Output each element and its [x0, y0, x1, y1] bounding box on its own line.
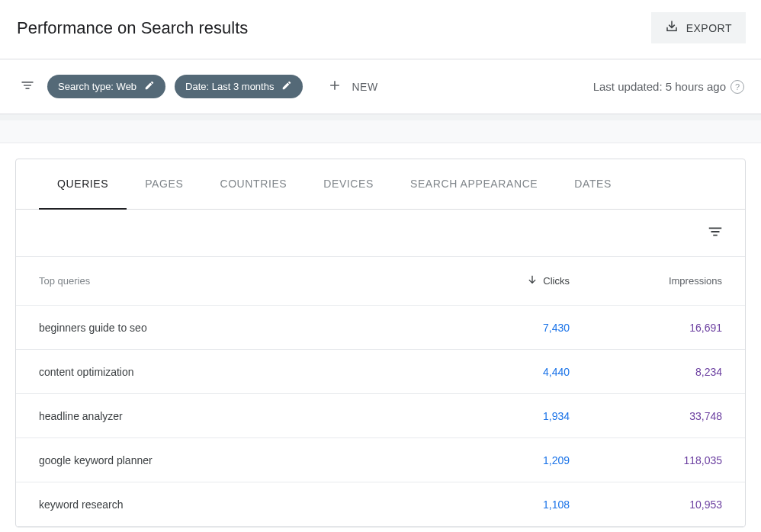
impressions-cell: 10,953: [570, 498, 722, 511]
chip-search-type[interactable]: Search type: Web: [47, 75, 165, 98]
table-row[interactable]: content optimization4,4408,234: [16, 350, 745, 394]
pencil-icon: [144, 80, 155, 93]
table-filter-button[interactable]: [704, 220, 727, 245]
last-updated-text: Last updated: 5 hours ago: [593, 80, 726, 93]
chip-date-label: Date: Last 3 months: [185, 81, 274, 92]
filter-list-button[interactable]: [17, 75, 38, 98]
last-updated: Last updated: 5 hours ago ?: [593, 80, 744, 94]
export-button[interactable]: EXPORT: [651, 12, 746, 43]
header-query[interactable]: Top queries: [39, 275, 432, 287]
gap-divider: [0, 114, 761, 120]
query-cell: google keyword planner: [39, 454, 432, 466]
filter-list-icon: [707, 231, 724, 242]
table-filter-row: [16, 210, 745, 257]
header-clicks[interactable]: Clicks: [432, 274, 570, 288]
clicks-cell: 1,934: [432, 410, 570, 422]
help-icon[interactable]: ?: [730, 80, 744, 94]
arrow-down-icon: [526, 274, 538, 288]
pencil-icon: [281, 80, 292, 93]
tab-devices[interactable]: DEVICES: [305, 159, 392, 210]
query-cell: keyword research: [39, 498, 432, 511]
table-row[interactable]: google keyword planner1,209118,035: [16, 438, 745, 482]
query-cell: beginners guide to seo: [39, 322, 432, 334]
table-header: Top queries Clicks Impressions: [16, 257, 745, 306]
tab-dates[interactable]: DATES: [556, 159, 630, 210]
plus-icon: [327, 78, 342, 95]
export-label: EXPORT: [686, 22, 732, 34]
page-title: Performance on Search results: [17, 18, 248, 38]
query-cell: headline analyzer: [39, 410, 432, 422]
table-row[interactable]: keyword research1,10810,953: [16, 482, 745, 527]
impressions-cell: 8,234: [570, 366, 722, 378]
filter-bar: Search type: Web Date: Last 3 months NEW…: [0, 59, 761, 114]
header-impressions-label: Impressions: [669, 275, 722, 287]
tab-queries[interactable]: QUERIES: [39, 159, 127, 210]
page-header: Performance on Search results EXPORT: [0, 0, 761, 59]
tab-countries[interactable]: COUNTRIES: [201, 159, 305, 210]
chip-search-type-label: Search type: Web: [58, 81, 136, 92]
tab-search-appearance[interactable]: SEARCH APPEARANCE: [392, 159, 556, 210]
header-clicks-label: Clicks: [543, 275, 570, 287]
clicks-cell: 1,108: [432, 498, 570, 511]
filter-list-icon: [20, 84, 35, 95]
new-label: NEW: [352, 81, 377, 93]
queries-card: QUERIESPAGESCOUNTRIESDEVICESSEARCH APPEA…: [15, 159, 746, 527]
clicks-cell: 4,440: [432, 366, 570, 378]
download-icon: [665, 20, 679, 36]
impressions-cell: 16,691: [570, 322, 722, 334]
tabs: QUERIESPAGESCOUNTRIESDEVICESSEARCH APPEA…: [16, 159, 745, 210]
header-impressions[interactable]: Impressions: [570, 275, 722, 287]
table-row[interactable]: beginners guide to seo7,43016,691: [16, 306, 745, 350]
impressions-cell: 118,035: [570, 454, 722, 466]
chip-date[interactable]: Date: Last 3 months: [175, 75, 303, 98]
query-cell: content optimization: [39, 366, 432, 378]
add-filter-button[interactable]: NEW: [318, 73, 387, 100]
impressions-cell: 33,748: [570, 410, 722, 422]
clicks-cell: 7,430: [432, 322, 570, 334]
table-body: beginners guide to seo7,43016,691content…: [16, 306, 745, 527]
table-row[interactable]: headline analyzer1,93433,748: [16, 394, 745, 438]
tab-pages[interactable]: PAGES: [127, 159, 201, 210]
gap-area: [0, 120, 761, 143]
clicks-cell: 1,209: [432, 454, 570, 466]
